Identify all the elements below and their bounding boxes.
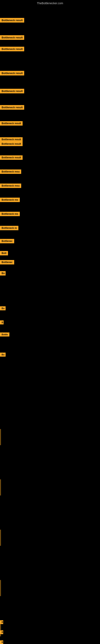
bottleneck-result-label: Bottleneck res (0, 212, 20, 216)
bottleneck-result-label: Bottleneck re (0, 226, 18, 230)
bottleneck-result-label: Bo (0, 306, 6, 310)
bottleneck-result-label: Bottleneck result (0, 121, 23, 126)
bottleneck-result-label: Bottleneck result (0, 18, 24, 22)
bottleneck-result-label: Bottleneck result (0, 47, 24, 51)
bottleneck-result-label: Bottleneck res (0, 198, 20, 202)
site-title: TheBottlenecker.com (0, 0, 100, 6)
vertical-line (0, 429, 1, 445)
bottleneck-result-label: Bottleneck resu (0, 170, 21, 174)
bottleneck-result-label: Bott (0, 251, 8, 256)
bottleneck-result-label: Bottlenec (0, 239, 14, 243)
bottleneck-result-label-small: B (0, 630, 3, 634)
bottleneck-result-label: Bottleneck result (0, 71, 24, 76)
bottleneck-result-label: Bottleneck result (0, 89, 24, 94)
bottleneck-result-label: Bottleneck result (0, 142, 23, 146)
bottleneck-result-label: Bo (0, 271, 6, 276)
bottleneck-result-label: Bottleneck resu (0, 184, 21, 188)
bottleneck-result-label: Bottleneck result (0, 155, 23, 160)
bottleneck-result-label-small: B (0, 620, 3, 624)
bottleneck-result-label: Bottleneck result (0, 35, 24, 40)
bottleneck-result-label-small: B (0, 640, 3, 644)
bottleneck-result-label: Bottleneck result (0, 137, 23, 142)
bottleneck-result-label: Bo (0, 352, 6, 356)
bottleneck-result-label: Bottleneck result (0, 105, 24, 110)
vertical-line (0, 480, 1, 496)
bottleneck-result-label: Bottle (0, 332, 9, 336)
vertical-line (0, 580, 1, 596)
vertical-line (0, 530, 1, 546)
bottleneck-result-label: Bottlenec (0, 260, 14, 264)
bottleneck-result-label: B (0, 320, 3, 324)
